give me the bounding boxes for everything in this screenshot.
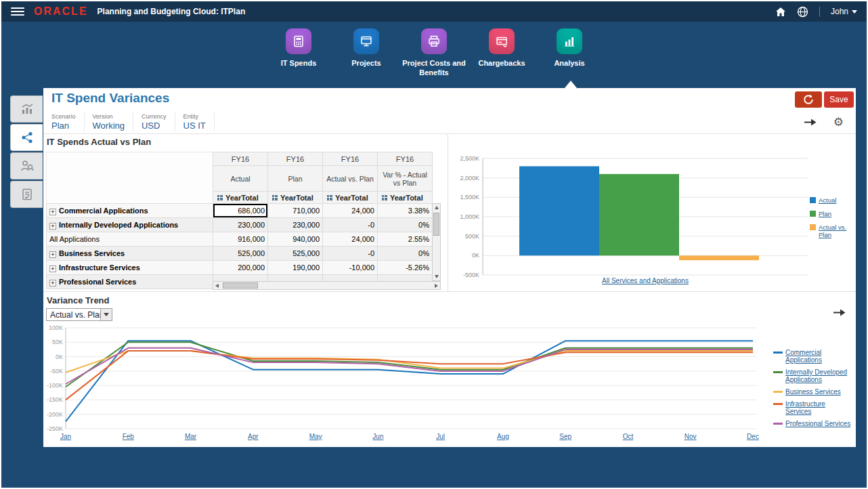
row-header-commercial-applications[interactable]: +Commercial Applications (47, 204, 213, 218)
scroll-left-button[interactable] (213, 282, 221, 289)
month-label-jun[interactable]: Jun (372, 433, 383, 440)
scroll-right-button[interactable] (433, 282, 440, 289)
legend-item-plan[interactable]: Plan (810, 210, 853, 217)
legend-item-professional-services[interactable]: Professional Services (773, 420, 853, 427)
grid-cell[interactable]: 230,000 (213, 218, 268, 232)
row-header-internally-developed-applications[interactable]: +Internally Developed Applications (47, 218, 213, 232)
pov-dim-value[interactable]: Plan (51, 121, 76, 131)
nav-item-projects[interactable]: Projects (332, 23, 400, 68)
vertical-scroll-thumb[interactable] (433, 213, 439, 236)
column-header-period[interactable]: YearTotal (213, 192, 268, 204)
column-header-measure[interactable]: Actual vs. Plan (323, 166, 378, 192)
grid-cell[interactable]: 0% (378, 247, 433, 261)
horizontal-scrollbar[interactable] (213, 281, 441, 290)
trend-go-arrow-icon[interactable] (833, 307, 846, 320)
grid-cell[interactable]: 24,000 (323, 232, 378, 247)
grid-cell[interactable]: 190,000 (268, 261, 323, 275)
column-header-measure[interactable]: Plan (268, 166, 323, 192)
month-label-nov[interactable]: Nov (685, 433, 697, 440)
column-header-measure[interactable]: Actual (213, 166, 268, 192)
grid-cell[interactable]: 940,000 (268, 232, 323, 247)
expand-icon[interactable]: + (49, 251, 56, 258)
column-header-period[interactable]: YearTotal (378, 192, 433, 204)
expand-icon[interactable]: + (49, 223, 56, 230)
expand-icon[interactable]: + (49, 280, 56, 286)
grid-cell[interactable]: 2.55% (378, 232, 433, 247)
column-header-period[interactable]: YearTotal (268, 192, 323, 204)
month-label-feb[interactable]: Feb (123, 433, 135, 440)
month-label-apr[interactable]: Apr (248, 433, 259, 440)
grid-cell[interactable]: 200,000 (213, 261, 268, 275)
grid-cell[interactable]: -10,000 (323, 261, 378, 275)
grid-cell[interactable]: 3.38% (378, 204, 433, 218)
month-label-sep[interactable]: Sep (559, 433, 571, 440)
side-tab-chart[interactable] (10, 95, 43, 123)
expand-icon[interactable]: + (49, 209, 56, 215)
dropdown-button[interactable] (100, 309, 112, 320)
home-icon[interactable] (775, 7, 786, 17)
all-services-link[interactable]: All Services and Applications (483, 277, 808, 284)
side-tab-person-audit[interactable] (10, 152, 43, 179)
go-arrow-icon[interactable] (804, 118, 817, 127)
pov-dim-value[interactable]: US IT (183, 121, 206, 131)
legend-item-commercial-applications[interactable]: Commercial Applications (773, 349, 853, 364)
menu-icon[interactable] (11, 5, 24, 18)
settings-gear-icon[interactable]: ⚙ (833, 116, 844, 128)
month-label-mar[interactable]: Mar (185, 433, 197, 440)
month-label-jul[interactable]: Jul (436, 433, 445, 440)
expand-icon[interactable]: + (49, 265, 56, 272)
month-label-aug[interactable]: Aug (497, 433, 509, 440)
bar-actual[interactable] (519, 166, 599, 255)
user-menu[interactable]: John (831, 7, 857, 16)
month-label-dec[interactable]: Dec (747, 433, 759, 440)
bar-plan[interactable] (599, 174, 679, 255)
grid-cell[interactable]: -5.26% (378, 261, 433, 275)
column-header-period[interactable]: YearTotal (323, 192, 378, 204)
side-tab-sharing[interactable] (10, 124, 43, 151)
month-label-jan[interactable]: Jan (60, 433, 71, 440)
scroll-down-button[interactable] (433, 273, 440, 280)
grid-cell[interactable]: 525,000 (213, 247, 268, 261)
globe-icon[interactable] (797, 6, 808, 18)
save-button[interactable]: Save (824, 91, 854, 108)
nav-item-chargebacks[interactable]: Chargebacks (468, 23, 536, 68)
nav-item-it-spends[interactable]: IT Spends (265, 23, 332, 68)
legend-item-actual[interactable]: Actual (810, 196, 853, 204)
grid-cell[interactable]: 0% (378, 218, 433, 232)
horizontal-scroll-thumb[interactable] (223, 282, 258, 289)
nav-item-project-costs[interactable]: Project Costs and Benefits (400, 23, 468, 78)
column-header-year[interactable]: FY16 (378, 152, 433, 166)
row-header-all-applications[interactable]: All Applications (47, 232, 213, 247)
grid-cell[interactable]: 710,000 (268, 204, 323, 218)
month-label-oct[interactable]: Oct (623, 433, 634, 440)
grid-cell[interactable]: 525,000 (268, 247, 323, 261)
grid-cell[interactable]: -0 (323, 247, 378, 261)
legend-item-business-services[interactable]: Business Services (773, 388, 853, 396)
grid-cell[interactable]: 230,000 (268, 218, 323, 232)
month-label-may[interactable]: May (309, 433, 322, 440)
bar-actual-vs-plan[interactable] (679, 255, 759, 260)
column-header-year[interactable]: FY16 (213, 152, 268, 166)
legend-item-infrastructure-services[interactable]: Infrastructure Services (773, 400, 853, 415)
column-header-measure[interactable]: Var % - Actual vs Plan (378, 166, 433, 192)
side-tab-tasks[interactable] (10, 181, 43, 208)
row-header-professional-services[interactable]: +Professional Services (47, 275, 213, 289)
row-header-infrastructure-services[interactable]: +Infrastructure Services (47, 261, 213, 275)
series-line-infrastructure-services[interactable] (66, 351, 753, 400)
grid-cell[interactable]: -0 (323, 218, 378, 232)
refresh-button[interactable] (795, 91, 822, 108)
pov-dim-value[interactable]: Working (93, 121, 125, 131)
legend-item-internally-developed-applications[interactable]: Internally Developed Applications (773, 368, 853, 383)
column-header-year[interactable]: FY16 (323, 152, 378, 166)
column-header-year[interactable]: FY16 (268, 152, 323, 166)
trend-measure-select[interactable]: Actual vs. Plan (46, 308, 112, 321)
row-header-business-services[interactable]: +Business Services (47, 247, 213, 261)
grid-cell[interactable]: 686,000 (213, 204, 268, 218)
scroll-up-button[interactable] (433, 204, 440, 211)
grid-cell[interactable]: 24,000 (323, 204, 378, 218)
legend-item-actual-vs-plan[interactable]: Actual vs. Plan (810, 224, 853, 238)
nav-item-analysis[interactable]: Analysis (536, 23, 603, 68)
pov-dim-value[interactable]: USD (142, 121, 167, 131)
grid-cell[interactable]: 916,000 (213, 232, 268, 247)
vertical-scrollbar[interactable] (432, 203, 441, 281)
